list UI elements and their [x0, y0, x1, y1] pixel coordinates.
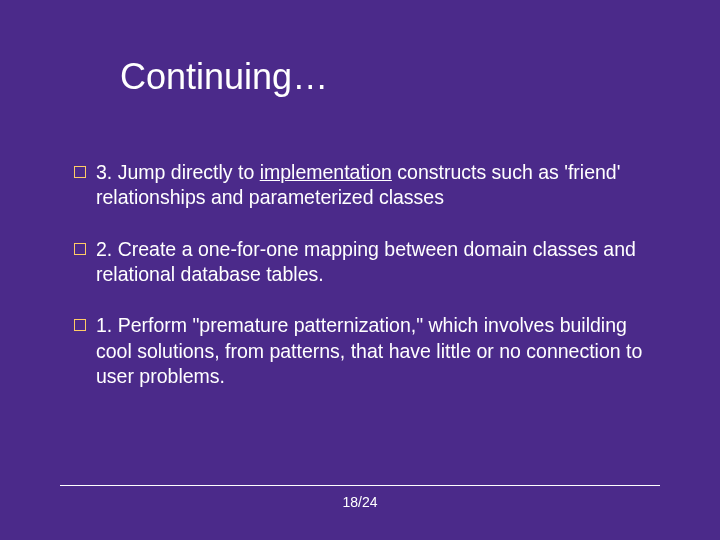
list-item: 3. Jump directly to implementation const… [74, 160, 668, 211]
square-bullet-icon [74, 166, 86, 178]
bullet-prefix: 1. Perform "premature patternization," w… [96, 314, 642, 387]
bullet-prefix: 2. Create a one-for-one mapping between … [96, 238, 636, 285]
slide: Continuing… 3. Jump directly to implemen… [0, 0, 720, 540]
bullet-text: 3. Jump directly to implementation const… [96, 160, 668, 211]
bullet-text: 2. Create a one-for-one mapping between … [96, 237, 668, 288]
list-item: 1. Perform "premature patternization," w… [74, 313, 668, 389]
divider [60, 485, 660, 486]
bullet-underlined: implementation [260, 161, 392, 183]
bullet-prefix: 3. Jump directly to [96, 161, 260, 183]
square-bullet-icon [74, 243, 86, 255]
list-item: 2. Create a one-for-one mapping between … [74, 237, 668, 288]
bullet-text: 1. Perform "premature patternization," w… [96, 313, 668, 389]
square-bullet-icon [74, 319, 86, 331]
slide-title: Continuing… [120, 56, 328, 98]
page-number: 18/24 [0, 494, 720, 510]
slide-body: 3. Jump directly to implementation const… [74, 160, 668, 415]
